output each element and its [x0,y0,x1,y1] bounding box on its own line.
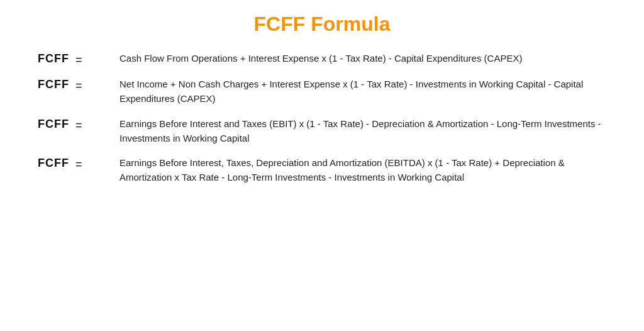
formula-label-2: FCFF [38,78,69,91]
formula-row-3: FCFF=Earnings Before Interest and Taxes … [38,116,606,146]
formula-label-3: FCFF [38,118,69,131]
formula-lhs-4: FCFF= [38,155,119,171]
formula-label-4: FCFF [38,157,69,170]
formula-equals-3: = [75,118,82,132]
formula-lhs-3: FCFF= [38,116,119,132]
formula-equals-1: = [75,52,82,67]
formula-rhs-4: Earnings Before Interest, Taxes, Depreci… [119,155,606,185]
formula-lhs-2: FCFF= [38,77,119,93]
formula-label-1: FCFF [38,52,69,65]
formula-equals-2: = [75,78,82,93]
formula-rhs-2: Net Income + Non Cash Charges + Interest… [119,77,606,106]
formula-row-4: FCFF=Earnings Before Interest, Taxes, De… [38,155,606,185]
page-title: FCFF Formula [254,13,391,36]
formula-lhs-1: FCFF= [38,51,119,67]
formula-row-1: FCFF=Cash Flow From Operations + Interes… [38,51,606,67]
formula-rhs-1: Cash Flow From Operations + Interest Exp… [119,51,606,65]
formula-rhs-3: Earnings Before Interest and Taxes (EBIT… [119,116,606,146]
formula-equals-4: = [75,157,82,171]
formula-row-2: FCFF=Net Income + Non Cash Charges + Int… [38,77,606,106]
formula-container: FCFF=Cash Flow From Operations + Interes… [38,51,606,185]
